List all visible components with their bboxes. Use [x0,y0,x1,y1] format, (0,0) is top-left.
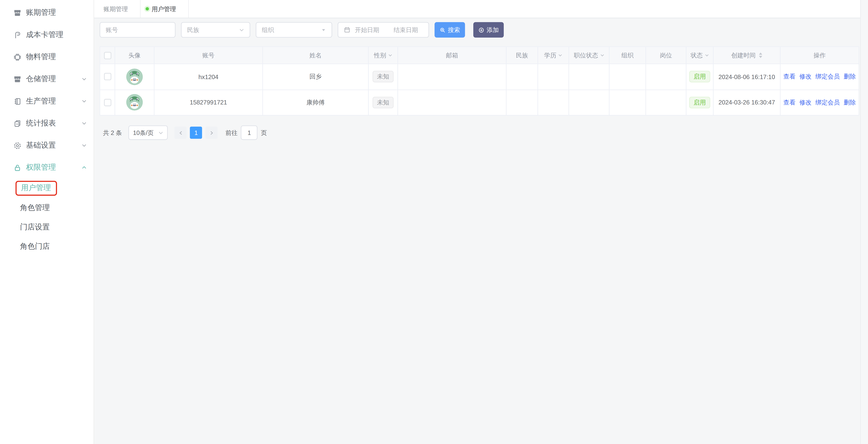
page-unit-label: 页 [261,129,267,137]
bind-member-link[interactable]: 绑定会员 [815,98,840,106]
column-label: 岗位 [660,51,672,59]
page-scrollbar-track[interactable] [860,0,868,444]
search-icon [439,27,445,33]
sidebar-item-production[interactable]: 生产管理 [0,90,94,112]
column-header-select [100,47,115,64]
ethnicity-select[interactable]: 民族 [181,22,250,37]
cell-select [100,90,115,115]
status-tag: 启用 [689,97,710,108]
sidebar-item-materials[interactable]: 物料管理 [0,46,94,68]
add-button[interactable]: 添加 [473,22,504,37]
users-table: 头像 账号 姓名 性别 邮箱 民族 学历 职位状态 组织 岗位 状态 创建时间 … [100,46,859,115]
sidebar-subitem-user-management[interactable]: 用户管理 [0,179,94,198]
ethnicity-placeholder: 民族 [187,26,199,34]
column-header-actions: 操作 [781,47,859,64]
cell-post [646,64,687,89]
page-size-select[interactable]: 10条/页 [129,126,168,140]
sidebar-item-reports[interactable]: 统计报表 [0,112,94,134]
user-avatar [126,68,143,85]
column-header-gender[interactable]: 性别 [369,47,398,64]
account-input[interactable]: 账号 [100,22,176,37]
organization-select[interactable]: 组织 [256,22,332,37]
row-checkbox[interactable] [104,99,111,106]
chip-icon [13,53,22,61]
page-number-button[interactable]: 1 [190,127,202,139]
column-header-job-status[interactable]: 职位状态 [569,47,610,64]
filter-chevron-icon [704,53,709,58]
bind-member-link[interactable]: 绑定会员 [815,73,840,81]
sidebar-item-billing-period[interactable]: 账期管理 [0,2,94,24]
tab-billing-period[interactable]: 账期管理 [98,0,141,18]
gender-tag: 未知 [373,97,394,108]
add-button-label: 添加 [487,26,499,34]
end-date-placeholder: 结束日期 [394,26,418,34]
status-tag: 启用 [689,71,710,82]
shop-icon [13,9,22,17]
view-link[interactable]: 查看 [783,73,796,81]
delete-link[interactable]: 删除 [843,98,856,106]
cell-organization [610,90,646,115]
column-label: 组织 [621,51,633,59]
column-header-created-time[interactable]: 创建时间 [714,47,781,64]
column-header-ethnicity: 民族 [506,47,538,64]
sidebar-subitem-role-management[interactable]: 角色管理 [0,198,94,217]
cell-organization [610,64,646,89]
pagination-total: 共 2 条 [103,129,122,137]
chevron-down-icon [159,130,163,135]
gear-icon [13,141,22,149]
cell-ethnicity [506,90,538,115]
chevron-up-icon [81,165,87,170]
cell-created-time: 2024-08-06 16:17:10 [714,64,781,89]
user-management-page: 账期管理 成本卡管理 物料管理 仓储管理 生产管理 统计报表 基础设置 [0,0,868,444]
sidebar-subitem-store-settings[interactable]: 门店设置 [0,217,94,237]
sidebar: 账期管理 成本卡管理 物料管理 仓储管理 生产管理 统计报表 基础设置 [0,0,94,444]
sidebar-item-label: 统计报表 [26,118,77,128]
plus-circle-icon [478,27,485,33]
column-header-email: 邮箱 [398,47,506,64]
cell-education [538,64,569,89]
delete-link[interactable]: 删除 [843,73,856,81]
select-all-checkbox[interactable] [104,52,111,59]
table-row: hx1204 回乡 未知 启用 2024-08-06 16:17:10 查看 修… [100,64,859,90]
caret-down-icon [321,27,326,32]
tab-user-management[interactable]: 用户管理 [141,0,189,18]
filter-chevron-icon [388,53,392,58]
main-content: 账号 民族 组织 开始日期 结束日期 搜索 添加 [94,18,868,444]
column-header-avatar: 头像 [115,47,154,64]
chevron-down-icon [81,98,87,104]
cell-gender: 未知 [369,90,398,115]
edit-link[interactable]: 修改 [799,73,811,81]
date-range-picker[interactable]: 开始日期 结束日期 [338,22,429,37]
column-header-status[interactable]: 状态 [686,47,714,64]
column-label: 职位状态 [574,51,598,59]
search-button[interactable]: 搜索 [435,22,465,37]
cell-email [398,64,506,89]
cell-gender: 未知 [369,64,398,89]
sidebar-subitem-role-store[interactable]: 角色门店 [0,237,94,256]
sidebar-item-basic-settings[interactable]: 基础设置 [0,134,94,157]
tab-label: 账期管理 [103,5,128,13]
cell-job-status [569,64,610,89]
prev-page-button[interactable] [175,127,187,139]
sidebar-item-label: 物料管理 [26,52,87,62]
sidebar-subitem-label: 角色管理 [20,203,50,213]
column-header-organization: 组织 [610,47,646,64]
sidebar-item-cost-card[interactable]: 成本卡管理 [0,24,94,46]
tab-bar: 账期管理 用户管理 [94,0,868,18]
row-checkbox[interactable] [104,73,111,80]
column-label: 民族 [516,51,528,59]
chevron-left-icon [178,130,183,135]
sidebar-item-warehouse[interactable]: 仓储管理 [0,68,94,90]
cell-created-time: 2024-03-26 16:30:47 [714,90,781,115]
cell-account: hx1204 [154,64,263,89]
column-label: 操作 [813,51,826,59]
sidebar-subitem-label: 角色门店 [20,241,50,251]
column-header-education[interactable]: 学历 [538,47,569,64]
column-label: 学历 [544,51,556,59]
sort-carets-icon[interactable] [759,53,762,58]
edit-link[interactable]: 修改 [799,98,811,106]
next-page-button[interactable] [206,127,218,139]
sidebar-item-permissions[interactable]: 权限管理 [0,157,94,178]
goto-page-input[interactable]: 1 [241,126,257,140]
view-link[interactable]: 查看 [783,98,796,106]
